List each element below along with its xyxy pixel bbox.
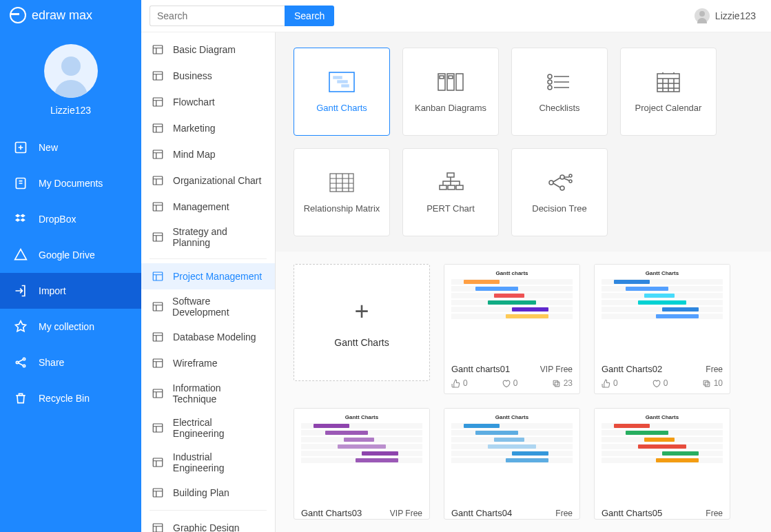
svg-point-43 xyxy=(560,186,564,190)
nav-item-share[interactable]: Share xyxy=(0,345,141,380)
svg-rect-18 xyxy=(153,424,163,432)
category-item[interactable]: Strategy and Planning xyxy=(141,220,275,254)
fav-count: 0 xyxy=(664,378,668,388)
search-button[interactable]: Search xyxy=(285,6,334,26)
nav-item-mydocs[interactable]: My Documents xyxy=(0,165,141,201)
category-item[interactable]: Project Management xyxy=(141,263,275,289)
nav-item-gdrive[interactable]: Google Drive xyxy=(0,237,141,273)
subtype-icon xyxy=(328,71,356,93)
nav-item-collection[interactable]: My collection xyxy=(0,309,141,345)
subtype-card[interactable]: Project Calendar xyxy=(620,48,717,136)
category-label: Database Modeling xyxy=(173,331,256,342)
like-count: 0 xyxy=(463,378,468,388)
nav-item-recycle[interactable]: Recycle Bin xyxy=(0,380,141,416)
svg-rect-40 xyxy=(456,185,463,190)
svg-rect-37 xyxy=(447,173,454,177)
header-user[interactable]: Lizzie123 xyxy=(695,8,763,23)
template-thumbnail: Gantt Charts xyxy=(294,409,429,502)
category-label: Project Management xyxy=(173,271,262,282)
svg-point-33 xyxy=(548,80,552,84)
subtype-icon xyxy=(546,172,573,194)
category-item[interactable]: Database Modeling xyxy=(141,324,275,350)
svg-point-34 xyxy=(548,85,552,90)
category-item[interactable]: Management xyxy=(141,194,275,220)
svg-rect-26 xyxy=(342,85,349,87)
category-icon xyxy=(151,200,165,214)
category-icon xyxy=(151,121,165,135)
category-item[interactable]: Building Plan xyxy=(141,480,275,506)
templates-grid: +Gantt Charts Gantt charts Gantt charts0… xyxy=(276,252,771,532)
subtype-card[interactable]: Relationship Matrix xyxy=(294,148,390,236)
template-card[interactable]: Gantt Charts Gantt Charts03 VIP Free 0 0… xyxy=(294,408,430,520)
category-item[interactable]: Industrial Engineering xyxy=(141,445,275,480)
top-bar: Search Lizzie123 xyxy=(141,0,771,32)
category-item[interactable]: Wireframe xyxy=(141,350,275,376)
like-count: 0 xyxy=(613,378,618,388)
copy-stat[interactable]: 23 xyxy=(552,378,573,388)
category-item[interactable]: Software Development xyxy=(141,289,275,324)
fav-stat[interactable]: 0 xyxy=(502,378,518,388)
svg-rect-31 xyxy=(449,76,453,79)
subtype-card[interactable]: Decision Tree xyxy=(511,148,608,236)
like-stat[interactable]: 0 xyxy=(451,378,468,388)
category-item[interactable]: Electrical Engineering xyxy=(141,411,275,445)
nav-label: My collection xyxy=(39,321,94,332)
category-item[interactable]: Business xyxy=(141,63,275,89)
category-label: Flowchart xyxy=(173,96,215,108)
template-badge: VIP Free xyxy=(390,509,422,518)
category-item[interactable]: Graphic Design xyxy=(141,515,275,532)
svg-rect-16 xyxy=(153,359,163,367)
nav-item-import[interactable]: Import xyxy=(0,273,141,309)
category-label: Mind Map xyxy=(173,149,215,160)
category-item[interactable]: Flowchart xyxy=(141,89,275,115)
template-card[interactable]: Gantt Charts Gantt Charts05 Free 0 0 0 xyxy=(594,408,730,520)
search-input[interactable] xyxy=(150,6,285,26)
subtype-card[interactable]: PERT Chart xyxy=(402,148,499,236)
svg-rect-46 xyxy=(555,382,559,387)
template-card[interactable]: Gantt Charts Gantt Charts02 Free 0 0 10 xyxy=(594,264,730,394)
template-title: Gantt Charts03 xyxy=(301,508,362,518)
category-icon xyxy=(151,300,164,314)
template-card[interactable]: Gantt Charts Gantt Charts04 Free 0 0 0 xyxy=(444,408,580,520)
svg-point-42 xyxy=(560,175,564,179)
category-icon xyxy=(151,421,165,435)
category-icon xyxy=(151,356,165,370)
plus-icon: + xyxy=(354,297,369,326)
category-sidebar: Basic DiagramBusinessFlowchartMarketingM… xyxy=(141,32,276,532)
subtype-card[interactable]: Gantt Charts xyxy=(294,48,390,136)
svg-rect-24 xyxy=(333,76,342,79)
category-item[interactable]: Information Technique xyxy=(141,376,275,411)
svg-rect-8 xyxy=(153,124,163,132)
category-item[interactable]: Marketing xyxy=(141,115,275,141)
svg-rect-48 xyxy=(705,382,710,387)
copy-stat[interactable]: 10 xyxy=(702,378,723,388)
svg-point-32 xyxy=(548,74,552,79)
nav-label: My Documents xyxy=(39,178,103,189)
category-label: Business xyxy=(173,70,212,81)
subtype-card[interactable]: Kanban Diagrams xyxy=(402,48,499,136)
svg-rect-19 xyxy=(153,458,163,467)
new-template-card[interactable]: +Gantt Charts xyxy=(294,264,430,381)
template-title: Gantt Charts02 xyxy=(602,364,662,374)
category-label: Marketing xyxy=(173,123,215,134)
category-icon xyxy=(151,174,165,187)
user-avatar[interactable] xyxy=(44,44,98,98)
divider xyxy=(150,258,267,259)
subtype-card[interactable]: Checklists xyxy=(511,48,608,136)
like-stat[interactable]: 0 xyxy=(602,378,618,388)
brand-logo: edraw max xyxy=(0,0,141,30)
subtype-icon xyxy=(437,172,464,194)
category-item[interactable]: Mind Map xyxy=(141,141,275,167)
subtype-icon xyxy=(328,172,356,194)
svg-rect-9 xyxy=(153,150,163,158)
fav-stat[interactable]: 0 xyxy=(652,378,668,388)
category-item[interactable]: Basic Diagram xyxy=(141,37,275,63)
svg-rect-14 xyxy=(153,303,163,311)
template-title: Gantt charts01 xyxy=(451,364,510,374)
category-item[interactable]: Organizational Chart xyxy=(141,167,275,194)
nav-item-new[interactable]: New xyxy=(0,130,141,165)
nav-item-dropbox[interactable]: DropBox xyxy=(0,201,141,237)
template-card[interactable]: Gantt charts Gantt charts01 VIP Free 0 0… xyxy=(444,264,580,394)
category-icon xyxy=(151,486,165,500)
template-badge: Free xyxy=(706,365,723,374)
